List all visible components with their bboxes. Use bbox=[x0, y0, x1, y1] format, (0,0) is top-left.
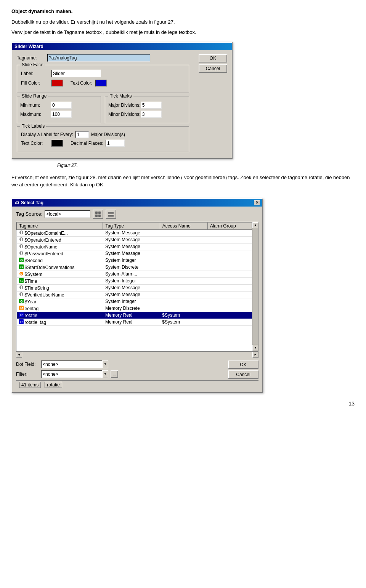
dot-field-dropdown-wrap: ▼ bbox=[41, 360, 108, 368]
close-button[interactable]: ✕ bbox=[254, 200, 260, 205]
select-tag-cancel-btn[interactable]: Cancel bbox=[228, 370, 258, 379]
select-tag-ok-btn[interactable]: OK bbox=[228, 360, 258, 369]
cell-access bbox=[160, 250, 207, 257]
cell-access bbox=[160, 298, 207, 305]
text-color-swatch[interactable] bbox=[95, 80, 107, 87]
cell-tagname: $TimeString bbox=[17, 284, 103, 291]
decimal-places-input[interactable] bbox=[106, 140, 125, 147]
tag-source-input[interactable] bbox=[45, 210, 90, 218]
scroll-down-btn[interactable]: ▼ bbox=[252, 345, 258, 351]
select-tag-title: Select Tag bbox=[21, 200, 43, 205]
table-row[interactable]: G$Second System Integer bbox=[17, 257, 252, 264]
filter-input[interactable] bbox=[41, 370, 102, 378]
scroll-track[interactable] bbox=[252, 228, 258, 345]
cell-access bbox=[160, 305, 207, 312]
cell-access: $System bbox=[160, 319, 207, 325]
table-row[interactable]: G$Year System Integer bbox=[17, 298, 252, 305]
slider-wizard-titlebar: Slider Wizard bbox=[12, 43, 232, 50]
text-color2-row: Text Color: Decimal Places: bbox=[21, 140, 185, 147]
filter-browse-btn[interactable]: ... bbox=[111, 370, 118, 378]
label-input[interactable] bbox=[51, 70, 101, 77]
svg-rect-13 bbox=[21, 245, 22, 248]
cell-alarm bbox=[207, 243, 252, 250]
table-row[interactable]: $OperatorEntered System Message bbox=[17, 236, 252, 243]
table-row[interactable]: $OperatorName System Message bbox=[17, 243, 252, 250]
horizontal-scrollbar[interactable]: ◄ ► bbox=[16, 351, 258, 357]
intro-para-2: Verwijder de tekst in de Tagname textbox… bbox=[11, 29, 355, 36]
status-selected: rotatie bbox=[45, 382, 62, 388]
figuur27-caption: Figuur 27. bbox=[57, 163, 355, 168]
slide-range-group: Slide Range Minimum: Maximum: bbox=[17, 96, 101, 123]
table-row[interactable]: $TimeString System Message bbox=[17, 284, 252, 291]
cell-alarm bbox=[207, 264, 252, 271]
grid-icon-btn[interactable] bbox=[93, 210, 103, 219]
tick-marks-legend: Tick Marks bbox=[108, 93, 133, 99]
table-row[interactable]: $OperatorDomainE... System Message bbox=[17, 229, 252, 236]
cell-alarm bbox=[207, 298, 252, 305]
slider-wizard-body: Tagname: Slide Face Label: Fill Co bbox=[12, 50, 232, 158]
table-row[interactable]: $VerifiedUserName System Message bbox=[17, 291, 252, 298]
minor-div-input[interactable] bbox=[141, 111, 162, 118]
intro-para-1: Dubbelklik nu op de slider. Er verschijn… bbox=[11, 18, 355, 26]
table-row[interactable]: G$Time System Integer bbox=[17, 277, 252, 284]
dialog-buttons: OK Cancel bbox=[199, 54, 227, 73]
svg-text:G: G bbox=[20, 300, 23, 303]
table-header-row: Tagname Tag Type Access Name Alarm Group bbox=[17, 222, 252, 229]
dot-field-dropdown-btn[interactable]: ▼ bbox=[102, 360, 108, 368]
svg-text:R: R bbox=[20, 313, 23, 317]
bottom-fields: Dot Field: ▼ Filter: ▼ bbox=[16, 360, 258, 380]
svg-rect-15 bbox=[21, 252, 22, 255]
display-value-input[interactable] bbox=[75, 131, 89, 138]
select-tag-container: 🏷 Select Tag ✕ Tag Source: bbox=[11, 194, 355, 397]
slider-wizard-container: Slider Wizard Tagname: Slide Face Label: bbox=[11, 42, 355, 159]
tagname-row: Tagname: bbox=[17, 54, 189, 62]
display-label-text: Display a Label for Every: bbox=[21, 132, 73, 137]
major-div-input[interactable] bbox=[141, 102, 162, 109]
scroll-right-btn[interactable]: ► bbox=[252, 352, 258, 358]
scroll-left-btn[interactable]: ◄ bbox=[16, 352, 22, 358]
cell-access: $System bbox=[160, 312, 207, 319]
maximum-input[interactable] bbox=[51, 111, 72, 118]
svg-text:R: R bbox=[20, 320, 23, 324]
cell-tagname: Rrotatie bbox=[17, 312, 103, 319]
label-field-label: Label: bbox=[21, 71, 51, 76]
tag-source-label: Tag Source: bbox=[16, 211, 42, 217]
fill-color-label: Fill Color: bbox=[21, 80, 51, 86]
svg-rect-4 bbox=[108, 212, 114, 213]
minimum-input[interactable] bbox=[51, 102, 72, 109]
grid-icon bbox=[95, 211, 101, 217]
table-row[interactable]: G$StartDdeConversations System Discrete bbox=[17, 264, 252, 271]
table-row[interactable]: Meentag Memory Discrete bbox=[17, 305, 252, 312]
vertical-scrollbar[interactable]: ▲ ▼ bbox=[252, 222, 258, 351]
cell-tagtype: System Integer bbox=[103, 277, 160, 284]
table-row[interactable]: S$System System Alarm... bbox=[17, 271, 252, 277]
col-alarm: Alarm Group bbox=[207, 222, 252, 229]
maximum-row: Maximum: bbox=[20, 111, 98, 118]
slide-face-content: Label: Fill Color: Text Color: bbox=[21, 70, 185, 87]
cell-alarm bbox=[207, 291, 252, 298]
fill-color-swatch[interactable] bbox=[51, 80, 63, 87]
dot-field-input[interactable] bbox=[41, 360, 102, 368]
select-tag-icon: 🏷 bbox=[14, 200, 19, 205]
slider-wizard-dialog: Slider Wizard Tagname: Slide Face Label: bbox=[11, 42, 233, 159]
text-color2-label: Text Color: bbox=[21, 141, 51, 146]
cancel-button[interactable]: Cancel bbox=[199, 64, 227, 73]
cell-alarm bbox=[207, 284, 252, 291]
filter-dropdown-btn[interactable]: ▼ bbox=[102, 370, 108, 378]
cell-tagtype: System Message bbox=[103, 243, 160, 250]
cell-tagtype: System Message bbox=[103, 229, 160, 236]
table-row[interactable]: Rrotatie_tag Memory Real $System bbox=[17, 319, 252, 325]
cell-tagname: Meentag bbox=[17, 305, 103, 312]
cell-access bbox=[160, 243, 207, 250]
list-icon-btn[interactable] bbox=[106, 210, 116, 219]
ok-button[interactable]: OK bbox=[199, 54, 227, 62]
scroll-h-track[interactable] bbox=[22, 352, 252, 357]
slider-wizard-title: Slider Wizard bbox=[14, 44, 43, 49]
table-row[interactable]: $PasswordEntered System Message bbox=[17, 250, 252, 257]
tagname-input[interactable] bbox=[47, 54, 150, 62]
text-color2-swatch[interactable] bbox=[51, 140, 63, 147]
cell-tagname: $PasswordEntered bbox=[17, 250, 103, 257]
maximum-label: Maximum: bbox=[20, 112, 51, 117]
table-row[interactable]: Rrotatie Memory Real $System bbox=[17, 312, 252, 319]
scroll-up-btn[interactable]: ▲ bbox=[252, 222, 258, 228]
